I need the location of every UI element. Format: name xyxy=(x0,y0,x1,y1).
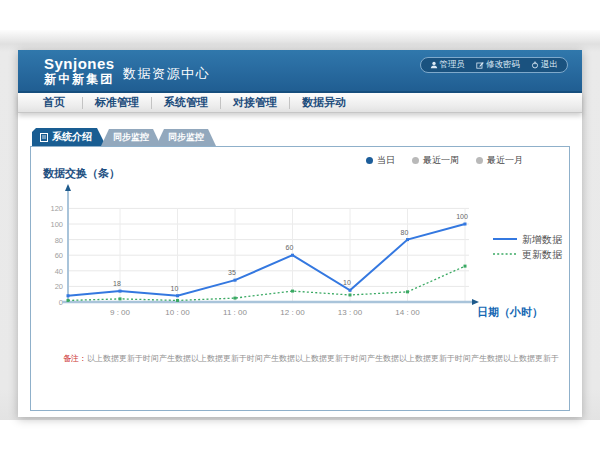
svg-text:12 : 00: 12 : 00 xyxy=(280,308,305,317)
nav-item-1[interactable]: 标准管理 xyxy=(83,93,151,112)
user-toolbar: 管理员 修改密码 退出 xyxy=(420,57,569,73)
svg-text:更新数据: 更新数据 xyxy=(522,249,563,260)
tab-0[interactable]: 系统介绍 xyxy=(32,128,106,146)
svg-text:18: 18 xyxy=(113,280,121,287)
svg-text:40: 40 xyxy=(55,267,63,276)
line-chart: 数据交换（条）0204060801001209 : 0010 : 0011 : … xyxy=(31,147,569,347)
content-area: 系统介绍同步监控同步监控 当日最近一周最近一月 数据交换（条）020406080… xyxy=(18,115,582,417)
svg-text:日期（小时）: 日期（小时） xyxy=(477,306,543,319)
svg-text:100: 100 xyxy=(456,213,468,220)
edit-icon xyxy=(476,61,484,69)
tab-1[interactable]: 同步监控 xyxy=(101,129,161,146)
nav-item-2[interactable]: 系统管理 xyxy=(152,93,220,112)
svg-text:60: 60 xyxy=(55,251,63,260)
svg-text:11 : 00: 11 : 00 xyxy=(223,308,247,317)
change-password-button[interactable]: 修改密码 xyxy=(476,59,520,71)
nav-item-3[interactable]: 对接管理 xyxy=(221,93,289,112)
app-header: Synjones 新中新集团 数据资源中心 管理员 修改密码 退出 xyxy=(18,50,582,93)
logout-button[interactable]: 退出 xyxy=(531,59,558,71)
footnote: 备注：以上数据更新于时间产生数据以上数据更新于时间产生数据以上数据更新于时间产生… xyxy=(63,353,559,364)
svg-text:新增数据: 新增数据 xyxy=(522,234,563,245)
content-panel: 当日最近一周最近一月 数据交换（条）0204060801001209 : 001… xyxy=(30,146,570,411)
svg-text:120: 120 xyxy=(50,204,63,213)
svg-text:10: 10 xyxy=(171,285,179,292)
svg-text:60: 60 xyxy=(286,244,294,251)
tab-label: 系统介绍 xyxy=(52,128,92,146)
logout-label: 退出 xyxy=(541,59,558,71)
footnote-label: 备注： xyxy=(63,354,87,363)
logout-icon xyxy=(531,61,539,69)
change-password-label: 修改密码 xyxy=(486,59,520,71)
svg-text:9 : 00: 9 : 00 xyxy=(110,308,131,317)
svg-text:10 : 00: 10 : 00 xyxy=(165,308,190,317)
tab-bar: 系统介绍同步监控同步监控 xyxy=(32,128,216,146)
app-window: Synjones 新中新集团 数据资源中心 管理员 修改密码 退出 首页标准管理… xyxy=(18,50,582,417)
app-title: 数据资源中心 xyxy=(123,65,210,83)
svg-text:20: 20 xyxy=(55,282,63,291)
brand-logo-cn: 新中新集团 xyxy=(44,72,115,86)
svg-text:80: 80 xyxy=(55,236,63,245)
svg-text:10: 10 xyxy=(343,279,351,286)
current-user-label: 管理员 xyxy=(440,59,466,71)
svg-text:80: 80 xyxy=(401,229,409,236)
tab-2[interactable]: 同步监控 xyxy=(156,129,216,146)
footnote-text: 以上数据更新于时间产生数据以上数据更新于时间产生数据以上数据更新于时间产生数据以… xyxy=(87,354,559,363)
tab-label: 同步监控 xyxy=(113,129,149,146)
svg-text:35: 35 xyxy=(228,269,236,276)
user-icon xyxy=(430,61,438,69)
nav-item-4[interactable]: 数据异动 xyxy=(290,93,358,112)
svg-text:100: 100 xyxy=(50,220,63,229)
current-user-button[interactable]: 管理员 xyxy=(430,59,466,71)
document-icon xyxy=(40,133,48,142)
brand-logo-en: Synjones xyxy=(44,55,115,72)
main-nav: 首页标准管理系统管理对接管理数据异动 xyxy=(18,93,582,113)
tab-label: 同步监控 xyxy=(168,129,204,146)
svg-text:14 : 00: 14 : 00 xyxy=(395,308,420,317)
svg-text:数据交换（条）: 数据交换（条） xyxy=(42,167,120,180)
nav-item-0[interactable]: 首页 xyxy=(26,93,82,112)
svg-text:13 : 00: 13 : 00 xyxy=(338,308,363,317)
brand-logo: Synjones 新中新集团 xyxy=(44,55,115,86)
